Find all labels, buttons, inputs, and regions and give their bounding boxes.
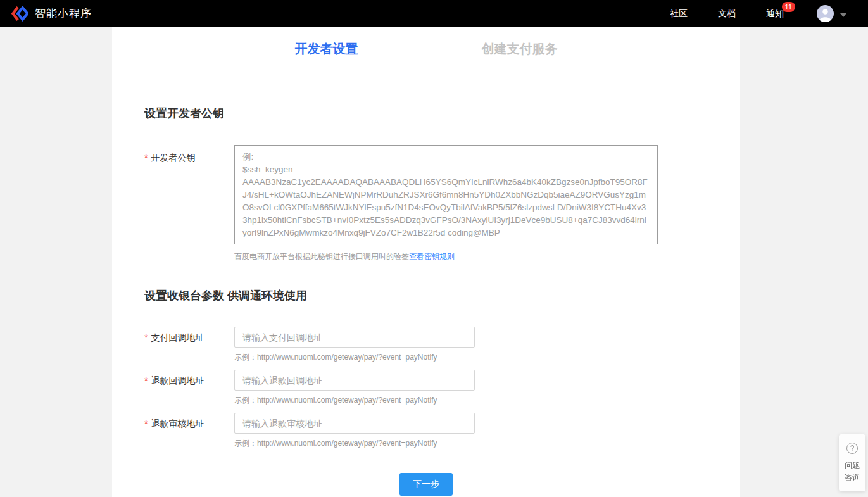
refund-audit-label-col: *退款审核地址: [144, 413, 234, 448]
refund-callback-label-col: *退款回调地址: [144, 370, 234, 405]
tab-developer-settings[interactable]: 开发者设置: [295, 40, 358, 58]
user-icon: [817, 5, 834, 22]
nav-notifications[interactable]: 通知 11: [766, 8, 784, 20]
tab-create-payment-service[interactable]: 创建支付服务: [482, 40, 558, 58]
pubkey-row: *开发者公钥 百度电商开放平台根据此秘钥进行接口调用时的验签查看密钥规则: [144, 145, 740, 261]
question-consult-widget[interactable]: ? 问题 咨询: [839, 434, 865, 491]
refund-callback-input[interactable]: [234, 370, 475, 391]
nav-community[interactable]: 社区: [670, 8, 688, 20]
question-mark-icon: ?: [846, 443, 858, 454]
pubkey-control-col: 百度电商开放平台根据此秘钥进行接口调用时的验签查看密钥规则: [234, 145, 658, 261]
required-asterisk: *: [144, 332, 148, 343]
required-asterisk: *: [144, 153, 148, 163]
top-navbar: 智能小程序 社区 文档 通知 11: [0, 0, 868, 27]
next-step-button[interactable]: 下一步: [399, 473, 453, 496]
pubkey-textarea[interactable]: [234, 145, 658, 244]
pubkey-label: 开发者公钥: [151, 153, 195, 163]
refund-callback-row: *退款回调地址 示例：http://www.nuomi.com/geteway/…: [144, 370, 740, 405]
refund-audit-label: 退款审核地址: [151, 418, 204, 429]
pay-callback-control-col: 示例：http://www.nuomi.com/geteway/pay/?eve…: [234, 327, 475, 362]
chevron-down-icon[interactable]: [840, 13, 846, 17]
navbar-right: 社区 文档 通知 11: [639, 5, 846, 22]
brand[interactable]: 智能小程序: [11, 5, 92, 22]
pay-callback-label: 支付回调地址: [151, 332, 204, 343]
avatar[interactable]: [817, 5, 834, 22]
brand-title: 智能小程序: [35, 6, 92, 21]
refund-callback-control-col: 示例：http://www.nuomi.com/geteway/pay/?eve…: [234, 370, 475, 405]
cashier-section-title: 设置收银台参数 供调通环境使用: [144, 287, 740, 304]
refund-audit-control-col: 示例：http://www.nuomi.com/geteway/pay/?eve…: [234, 413, 475, 448]
refund-audit-hint: 示例：http://www.nuomi.com/geteway/pay/?eve…: [234, 439, 475, 448]
pay-callback-input[interactable]: [234, 327, 475, 348]
notification-badge: 11: [782, 2, 795, 12]
pay-callback-row: *支付回调地址 示例：http://www.nuomi.com/geteway/…: [144, 327, 740, 362]
refund-audit-input[interactable]: [234, 413, 475, 434]
refund-callback-label: 退款回调地址: [151, 375, 204, 386]
view-key-rules-link[interactable]: 查看密钥规则: [409, 252, 455, 261]
nav-docs[interactable]: 文档: [718, 8, 736, 20]
required-asterisk: *: [144, 418, 148, 429]
pay-callback-hint: 示例：http://www.nuomi.com/geteway/pay/?eve…: [234, 353, 475, 362]
refund-audit-row: *退款审核地址 示例：http://www.nuomi.com/geteway/…: [144, 413, 740, 448]
help-widget-label-line1: 问题: [839, 460, 865, 472]
required-asterisk: *: [144, 375, 148, 386]
step-tabs: 开发者设置 创建支付服务: [112, 27, 740, 58]
main-panel: 开发者设置 创建支付服务 设置开发者公钥 *开发者公钥 百度电商开放平台根据此秘…: [112, 27, 740, 497]
nav-notifications-label: 通知: [766, 8, 784, 18]
pay-callback-label-col: *支付回调地址: [144, 327, 234, 362]
pubkey-help-text: 百度电商开放平台根据此秘钥进行接口调用时的验签: [234, 252, 409, 261]
button-row: 下一步: [112, 473, 740, 496]
pubkey-section-title: 设置开发者公钥: [144, 105, 740, 122]
help-widget-label-line2: 咨询: [839, 472, 865, 484]
pubkey-help-line: 百度电商开放平台根据此秘钥进行接口调用时的验签查看密钥规则: [234, 251, 658, 261]
pubkey-label-col: *开发者公钥: [144, 145, 234, 261]
smart-program-logo-icon: [11, 5, 28, 22]
refund-callback-hint: 示例：http://www.nuomi.com/geteway/pay/?eve…: [234, 396, 475, 405]
